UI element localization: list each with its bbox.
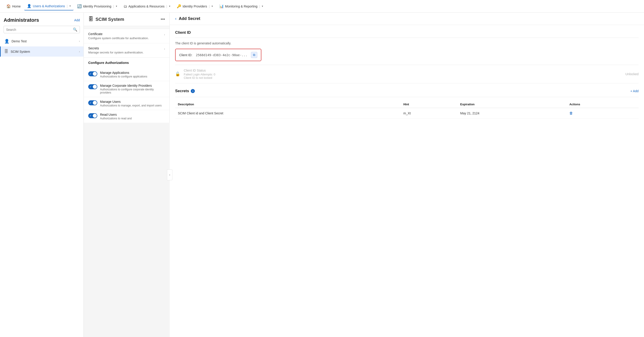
corp-idp-title: Manage Corporate Identity Providers <box>100 84 165 87</box>
search-input[interactable] <box>6 28 71 32</box>
delete-secret-button[interactable]: 🗑 <box>569 111 573 115</box>
users-icon: 👤 <box>27 4 32 8</box>
secrets-arrow-icon: › <box>164 47 165 51</box>
nav-separator-4: | <box>209 5 210 8</box>
sidebar-add-button[interactable]: Add <box>74 18 80 22</box>
secrets-table: Description Hint Expiration Actions SCIM… <box>175 101 638 119</box>
collapse-panel-button[interactable]: › <box>167 169 172 180</box>
auth-item-manage-users: ✓ Manage Users Authorizations to manage,… <box>84 97 170 110</box>
scim-icon: 🗄 <box>88 16 93 22</box>
unlocked-badge: Unlocked <box>626 72 638 76</box>
nav-monitoring[interactable]: 📊 Monitoring & Reporting | ▾ <box>216 2 266 10</box>
col-actions: Actions <box>566 101 638 108</box>
col-expiration: Expiration <box>458 101 567 108</box>
nav-separator-5: | <box>259 5 260 8</box>
secret-description: SCIM Client id and Client Secret <box>175 108 400 119</box>
nav-users[interactable]: 👤 Users & Authorizations | ▾ <box>24 2 73 11</box>
nav-provisioning[interactable]: 🔄 Identity Provisioning | ▾ <box>74 2 120 10</box>
nav-identity[interactable]: 🔑 Identity Providers | ▾ <box>174 2 216 10</box>
back-button[interactable]: ‹ <box>175 16 176 21</box>
copy-client-id-button[interactable]: ⧉ <box>251 52 257 58</box>
middle-header: 🗄 SCIM System ••• <box>84 13 170 26</box>
lock-icon: 🔓 <box>175 72 180 77</box>
secrets-section-item[interactable]: Secrets Manage secrets for system authen… <box>84 43 170 57</box>
certificate-desc: Configure system certificate for authent… <box>88 37 164 40</box>
nav-home[interactable]: 🏠 Home <box>4 2 23 10</box>
collapse-icon: › <box>169 173 170 176</box>
nav-provisioning-label: Identity Provisioning <box>83 5 111 8</box>
client-id-status-title: Client ID Status <box>184 69 622 72</box>
nav-applications[interactable]: 🗂 Applications & Resources | ▾ <box>121 3 173 10</box>
client-id-heading: Client ID <box>175 30 638 35</box>
nav-applications-chevron[interactable]: ▾ <box>169 5 170 8</box>
nav-separator-3: | <box>166 5 167 8</box>
client-id-status-info: Client ID Status Failed Login Attempts: … <box>184 69 622 80</box>
sidebar-item-label: Demo Test <box>12 40 77 43</box>
manage-users-title: Manage Users <box>100 100 165 104</box>
manage-apps-title: Manage Applications <box>100 71 165 75</box>
auth-items-list: ✓ Manage Applications Authorizations to … <box>84 68 170 123</box>
manage-apps-content: Manage Applications Authorizations to co… <box>100 71 165 78</box>
sidebar: Administrators Add 🔍 👤 Demo Test › 🗄 SCI… <box>0 13 84 337</box>
client-id-label: Client ID: <box>179 53 192 57</box>
client-id-value: 2568d149-d383-4e2c-90ae-... <box>196 53 248 57</box>
sidebar-title: Administrators <box>4 17 39 23</box>
read-users-title: Read Users <box>100 113 165 116</box>
certificate-content: Certificate Configure system certificate… <box>88 32 164 40</box>
nav-provisioning-chevron[interactable]: ▾ <box>116 5 117 8</box>
secrets-title-row: Secrets i <box>175 89 195 93</box>
manage-users-toggle[interactable]: ✓ <box>88 100 97 105</box>
manage-apps-toggle[interactable]: ✓ <box>88 71 97 76</box>
table-header-row: Description Hint Expiration Actions <box>175 101 638 108</box>
database-icon: 🗄 <box>4 49 8 54</box>
middle-title-text: SCIM System <box>96 17 124 22</box>
configure-auth-title: Configure Authorizations <box>88 61 165 65</box>
client-id-lock-status: Client ID is not locked <box>184 76 622 80</box>
certificate-section-item[interactable]: Certificate Configure system certificate… <box>84 29 170 43</box>
client-id-box: Client ID: 2568d149-d383-4e2c-90ae-... ⧉ <box>175 49 261 61</box>
nav-identity-chevron[interactable]: ▾ <box>212 5 213 8</box>
corp-idp-desc: Authorizations to configure corporate id… <box>100 88 165 94</box>
more-options-icon[interactable]: ••• <box>161 17 165 22</box>
nav-separator-1: | <box>67 4 68 8</box>
certificate-title: Certificate <box>88 32 164 36</box>
client-id-section: Client ID The client ID is generated aut… <box>175 30 638 83</box>
corp-idp-toggle[interactable]: ✓ <box>88 84 97 89</box>
user-icon: 👤 <box>4 39 9 44</box>
sidebar-header: Administrators Add <box>0 13 84 26</box>
info-icon[interactable]: i <box>191 89 195 93</box>
secrets-desc: Manage secrets for system authentication… <box>88 51 164 54</box>
add-secret-button[interactable]: + Add <box>630 89 638 93</box>
auth-item-read-users: ✓ Read Users Authorizations to read and <box>84 110 170 123</box>
certificate-arrow-icon: › <box>164 33 165 36</box>
sidebar-item-demo-test[interactable]: 👤 Demo Test › <box>0 36 84 47</box>
main-layout: Administrators Add 🔍 👤 Demo Test › 🗄 SCI… <box>0 13 644 337</box>
home-icon: 🏠 <box>6 4 11 8</box>
table-row: SCIM Client id and Client Secret m_Xt Ma… <box>175 108 638 119</box>
top-navigation: 🏠 Home 👤 Users & Authorizations | ▾ 🔄 Id… <box>0 0 644 13</box>
checkmark-icon: ✓ <box>90 101 92 104</box>
secrets-content: Secrets Manage secrets for system authen… <box>88 47 164 54</box>
checkmark-icon: ✓ <box>90 72 92 75</box>
read-users-content: Read Users Authorizations to read and <box>100 113 165 120</box>
nav-users-chevron[interactable]: ▾ <box>70 5 71 8</box>
nav-applications-label: Applications & Resources <box>128 5 165 8</box>
sidebar-item-label: SCIM System <box>11 50 77 54</box>
middle-panel: 🗄 SCIM System ••• Certificate Configure … <box>84 13 170 123</box>
client-id-failed-attempts: Failed Login Attempts: 0 <box>184 73 622 76</box>
col-hint: Hint <box>400 101 457 108</box>
nav-identity-label: Identity Providers <box>182 5 207 8</box>
middle-panel-title: 🗄 SCIM System <box>88 16 124 22</box>
nav-home-label: Home <box>12 5 20 8</box>
chevron-right-icon: › <box>79 40 80 43</box>
manage-users-content: Manage Users Authorizations to manage, e… <box>100 100 165 107</box>
secrets-heading: Secrets <box>175 89 189 93</box>
search-box: 🔍 <box>4 26 80 33</box>
nav-monitoring-chevron[interactable]: ▾ <box>262 5 263 8</box>
col-description: Description <box>175 101 400 108</box>
read-users-toggle[interactable]: ✓ <box>88 113 97 118</box>
right-panel: ‹ Add Secret Client ID The client ID is … <box>170 13 644 337</box>
right-panel-title: Add Secret <box>179 16 200 21</box>
sidebar-item-scim-system[interactable]: 🗄 SCIM System › <box>0 47 84 57</box>
corp-idp-content: Manage Corporate Identity Providers Auth… <box>100 84 165 94</box>
